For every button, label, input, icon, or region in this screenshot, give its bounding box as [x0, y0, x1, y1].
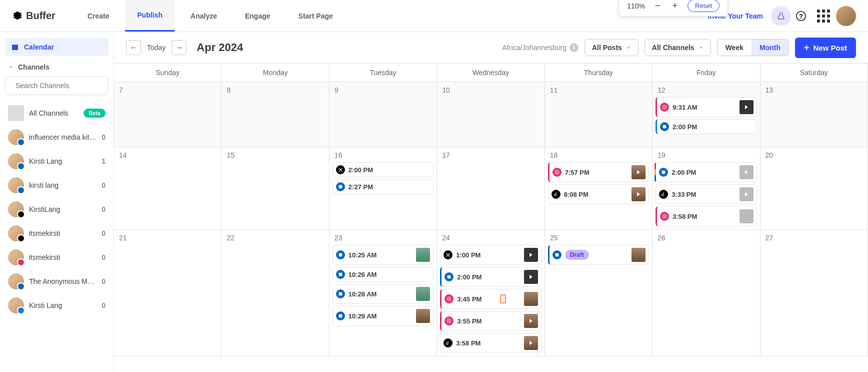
- all-channels-row[interactable]: All Channels Beta: [5, 101, 108, 125]
- day-cell[interactable]: 7: [114, 82, 222, 147]
- day-cell[interactable]: 11: [545, 82, 652, 147]
- channels-filter[interactable]: All Channels: [644, 39, 711, 56]
- post-thumbnail: [740, 187, 754, 201]
- channel-avatar: [8, 129, 24, 145]
- new-post-button[interactable]: +New Post: [795, 38, 856, 58]
- day-cell[interactable]: 17: [437, 147, 544, 229]
- post-thumbnail: [740, 209, 754, 223]
- prev-button[interactable]: ←: [126, 40, 141, 55]
- day-cell[interactable]: 27: [760, 230, 868, 356]
- scheduled-post[interactable]: 2:00 PM: [332, 162, 434, 177]
- week-view-button[interactable]: Week: [718, 40, 752, 56]
- user-avatar[interactable]: [836, 6, 856, 26]
- labs-button[interactable]: [771, 6, 791, 26]
- channel-row[interactable]: itsmekirsti0: [5, 245, 108, 269]
- li-badge-icon: [17, 138, 25, 146]
- post-thumbnail: [740, 100, 754, 114]
- day-number: 9: [332, 85, 434, 95]
- posts-filter[interactable]: All Posts: [584, 39, 638, 56]
- post-thumbnail: [524, 336, 538, 350]
- scheduled-post[interactable]: 9:31 AM: [656, 97, 756, 117]
- scheduled-post[interactable]: Draft: [548, 245, 649, 265]
- post-time: 3:45 PM: [457, 295, 482, 303]
- tk-icon: [552, 190, 560, 199]
- svg-point-5: [664, 106, 665, 108]
- day-cell[interactable]: 192:00 PM3:33 PM3:58 PM: [652, 147, 760, 229]
- day-cell[interactable]: 241:00 PM2:00 PM3:45 PM3:55 PM3:58 PM: [437, 230, 544, 356]
- search-input[interactable]: [16, 82, 103, 90]
- top-nav: 110% − + Reset Buffer Create Publish Ana…: [0, 0, 868, 32]
- zoom-out-button[interactable]: −: [653, 1, 662, 11]
- scheduled-post[interactable]: 10:29 AM: [332, 306, 434, 326]
- apps-button[interactable]: [817, 10, 830, 23]
- channel-row[interactable]: kirsti lang0: [5, 173, 108, 197]
- scheduled-post[interactable]: 2:00 PM: [656, 162, 756, 182]
- channel-row[interactable]: influencer media kit te...0: [5, 125, 108, 149]
- scheduled-post[interactable]: 10:26 AM: [332, 267, 434, 282]
- channel-row[interactable]: The Anonymous Marke...0: [5, 269, 108, 293]
- info-icon[interactable]: i: [570, 43, 578, 52]
- channel-row[interactable]: Kirsti Lang1: [5, 149, 108, 173]
- channel-row[interactable]: Kirsti Lang0: [5, 293, 108, 317]
- day-number: 16: [332, 150, 434, 160]
- nav-startpage[interactable]: Start Page: [286, 0, 345, 32]
- post-time: 2:00 PM: [672, 123, 697, 131]
- post-time: 10:26 AM: [348, 271, 377, 278]
- day-cell[interactable]: 129:31 AM2:00 PM: [652, 82, 760, 147]
- scheduled-post[interactable]: 3:55 PM: [440, 311, 541, 331]
- scheduled-post[interactable]: 3:45 PM: [440, 289, 541, 309]
- zoom-in-button[interactable]: +: [670, 1, 680, 11]
- scheduled-post[interactable]: 3:33 PM: [656, 184, 756, 204]
- scheduled-post[interactable]: 2:00 PM: [656, 119, 756, 134]
- day-cell[interactable]: 8: [222, 82, 329, 147]
- scheduled-post[interactable]: 10:25 AM: [332, 245, 434, 265]
- day-cell[interactable]: 2310:25 AM10:26 AM10:28 AM10:29 AM: [330, 230, 437, 356]
- day-cell[interactable]: 21: [114, 230, 222, 356]
- scheduled-post[interactable]: 3:58 PM: [656, 206, 756, 226]
- nav-engage[interactable]: Engage: [233, 0, 282, 32]
- day-number: 12: [656, 85, 756, 95]
- today-button[interactable]: Today: [147, 44, 166, 52]
- nav-analyze[interactable]: Analyze: [178, 0, 229, 32]
- channel-name: Kirsti Lang: [29, 157, 96, 165]
- month-view-button[interactable]: Month: [752, 40, 788, 56]
- channels-header[interactable]: Channels: [5, 56, 108, 76]
- day-number: 17: [440, 150, 541, 160]
- day-cell[interactable]: 26: [652, 230, 760, 356]
- nav-create[interactable]: Create: [76, 0, 122, 32]
- scheduled-post[interactable]: 10:28 AM: [332, 284, 434, 304]
- li-icon: [552, 250, 562, 259]
- scheduled-post[interactable]: 3:58 PM: [440, 333, 541, 353]
- channel-name: KirstiLang: [29, 205, 96, 213]
- next-button[interactable]: →: [172, 40, 186, 55]
- day-cell[interactable]: 20: [760, 147, 868, 229]
- day-cell[interactable]: 162:00 PM2:27 PM: [330, 147, 437, 229]
- post-time: 2:00 PM: [348, 166, 373, 174]
- day-cell[interactable]: 9: [330, 82, 437, 147]
- post-thumbnail: [524, 270, 538, 284]
- day-cell[interactable]: 25Draft: [545, 230, 652, 356]
- svg-rect-14: [339, 253, 342, 257]
- calendar-nav-item[interactable]: Calendar: [5, 38, 108, 56]
- day-cell[interactable]: 13: [760, 82, 868, 147]
- day-cell[interactable]: 22: [222, 230, 329, 356]
- day-cell[interactable]: 14: [114, 147, 222, 229]
- channel-row[interactable]: KirstiLang0: [5, 197, 108, 221]
- scheduled-post[interactable]: 1:00 PM: [440, 245, 541, 265]
- post-time: 9:31 AM: [672, 104, 697, 111]
- tk-badge-icon: [17, 234, 25, 242]
- scheduled-post[interactable]: 2:27 PM: [332, 179, 434, 194]
- search-channels[interactable]: [5, 76, 108, 95]
- brand-logo[interactable]: Buffer: [12, 10, 56, 22]
- zoom-reset-button[interactable]: Reset: [688, 0, 720, 12]
- scheduled-post[interactable]: 2:00 PM: [440, 267, 541, 287]
- day-cell[interactable]: 10: [437, 82, 544, 147]
- help-button[interactable]: ?: [791, 6, 811, 26]
- day-cell[interactable]: 187:57 PM8:08 PM: [545, 147, 652, 229]
- day-cell[interactable]: 15: [222, 147, 329, 229]
- post-thumbnail: [524, 248, 538, 262]
- scheduled-post[interactable]: 8:08 PM: [548, 184, 649, 204]
- scheduled-post[interactable]: 7:57 PM: [548, 162, 649, 182]
- channel-row[interactable]: itsmekirsti0: [5, 221, 108, 245]
- nav-publish[interactable]: Publish: [125, 0, 174, 32]
